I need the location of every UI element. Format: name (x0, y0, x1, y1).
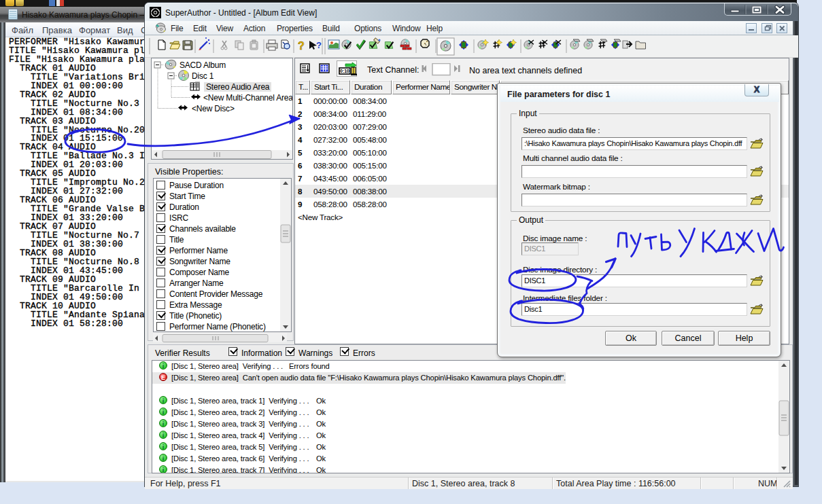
svg-text:?: ? (298, 40, 305, 52)
svg-text:?: ? (316, 40, 322, 50)
svg-text:0:10: 0:10 (340, 69, 349, 73)
